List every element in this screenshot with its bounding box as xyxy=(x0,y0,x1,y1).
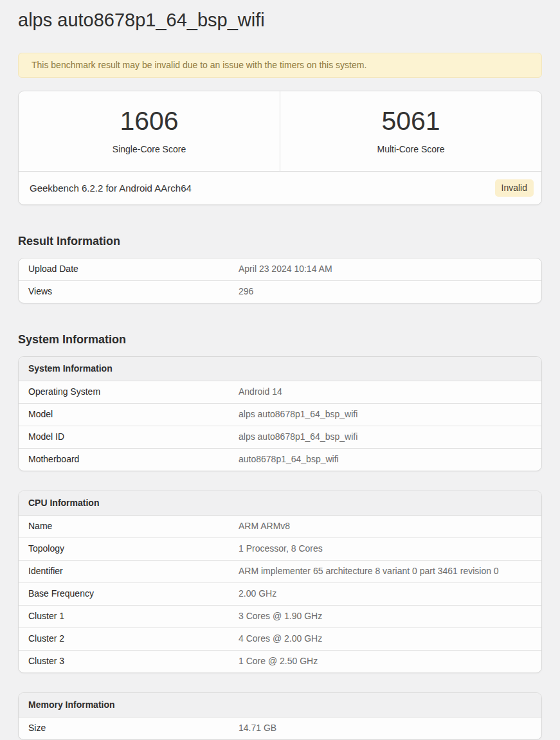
row-label: Model xyxy=(28,409,239,420)
row-label: Size xyxy=(28,723,239,734)
row-value: auto8678p1_64_bsp_wifi xyxy=(239,454,532,465)
table-row: Size 14.71 GB xyxy=(19,717,541,739)
row-value: 4 Cores @ 2.00 GHz xyxy=(239,633,532,644)
table-row: Operating System Android 14 xyxy=(19,381,541,404)
row-label: Topology xyxy=(28,543,239,554)
row-label: Model ID xyxy=(28,431,239,442)
row-value: April 23 2024 10:14 AM xyxy=(239,264,532,275)
table-header: Memory Information xyxy=(19,693,541,717)
row-label: Motherboard xyxy=(28,454,239,465)
score-card: 1606 Single-Core Score 5061 Multi-Core S… xyxy=(18,91,542,205)
row-label: Cluster 2 xyxy=(28,633,239,644)
table-row: Upload Date April 23 2024 10:14 AM xyxy=(19,258,541,281)
benchmark-result-page: alps auto8678p1_64_bsp_wifi This benchma… xyxy=(0,0,560,740)
page-title: alps auto8678p1_64_bsp_wifi xyxy=(18,9,542,31)
table-header: System Information xyxy=(19,357,541,381)
table-row: Cluster 2 4 Cores @ 2.00 GHz xyxy=(19,628,541,651)
table-row: Model ID alps auto8678p1_64_bsp_wifi xyxy=(19,426,541,449)
multi-core-score-label: Multi-Core Score xyxy=(280,144,541,155)
table-row: Identifier ARM implementer 65 architectu… xyxy=(19,561,541,583)
invalid-status-badge: Invalid xyxy=(495,179,534,197)
single-core-score-label: Single-Core Score xyxy=(19,144,280,155)
row-value: 296 xyxy=(239,286,532,297)
row-value: ARM ARMv8 xyxy=(239,521,532,532)
score-grid: 1606 Single-Core Score 5061 Multi-Core S… xyxy=(19,91,541,171)
table-row: Motherboard auto8678p1_64_bsp_wifi xyxy=(19,449,541,471)
row-label: Cluster 1 xyxy=(28,611,239,622)
table-row: Cluster 1 3 Cores @ 1.90 GHz xyxy=(19,606,541,628)
row-value: 3 Cores @ 1.90 GHz xyxy=(239,611,532,622)
row-label: Identifier xyxy=(28,566,239,577)
row-value: alps auto8678p1_64_bsp_wifi xyxy=(239,409,532,420)
system-information-table: System Information Operating System Andr… xyxy=(18,356,542,471)
result-information-heading: Result Information xyxy=(18,235,542,248)
row-value: Android 14 xyxy=(239,386,532,397)
row-label: Upload Date xyxy=(28,264,239,275)
row-value: 1 Processor, 8 Cores xyxy=(239,543,532,554)
single-core-score-value: 1606 xyxy=(19,107,280,134)
multi-core-score-value: 5061 xyxy=(280,107,541,134)
row-value: 2.00 GHz xyxy=(239,588,532,599)
table-row: Model alps auto8678p1_64_bsp_wifi xyxy=(19,404,541,426)
row-value: 14.71 GB xyxy=(239,723,532,734)
row-label: Base Frequency xyxy=(28,588,239,599)
row-value: ARM implementer 65 architecture 8 varian… xyxy=(239,566,532,577)
table-row: Views 296 xyxy=(19,281,541,303)
cpu-information-table: CPU Information Name ARM ARMv8 Topology … xyxy=(18,491,542,673)
system-information-heading: System Information xyxy=(18,333,542,347)
table-row: Topology 1 Processor, 8 Cores xyxy=(19,538,541,561)
timer-warning-text: This benchmark result may be invalid due… xyxy=(32,60,366,70)
row-label: Operating System xyxy=(28,386,239,397)
single-core-score-cell: 1606 Single-Core Score xyxy=(19,91,280,171)
row-value: alps auto8678p1_64_bsp_wifi xyxy=(239,431,532,442)
multi-core-score-cell: 5061 Multi-Core Score xyxy=(280,91,541,171)
table-row: Cluster 3 1 Core @ 2.50 GHz xyxy=(19,651,541,672)
row-value: 1 Core @ 2.50 GHz xyxy=(239,656,532,667)
memory-information-table: Memory Information Size 14.71 GB xyxy=(18,692,542,740)
row-label: Views xyxy=(28,286,239,297)
table-row: Name ARM ARMv8 xyxy=(19,516,541,538)
table-header: CPU Information xyxy=(19,491,541,516)
row-label: Cluster 3 xyxy=(28,656,239,667)
score-card-footer: Geekbench 6.2.2 for Android AArch64 Inva… xyxy=(19,171,541,204)
table-row: Base Frequency 2.00 GHz xyxy=(19,583,541,606)
benchmark-version-text: Geekbench 6.2.2 for Android AArch64 xyxy=(30,183,192,194)
result-information-table: Upload Date April 23 2024 10:14 AM Views… xyxy=(18,258,542,303)
timer-warning-banner: This benchmark result may be invalid due… xyxy=(18,53,542,78)
row-label: Name xyxy=(28,521,239,532)
